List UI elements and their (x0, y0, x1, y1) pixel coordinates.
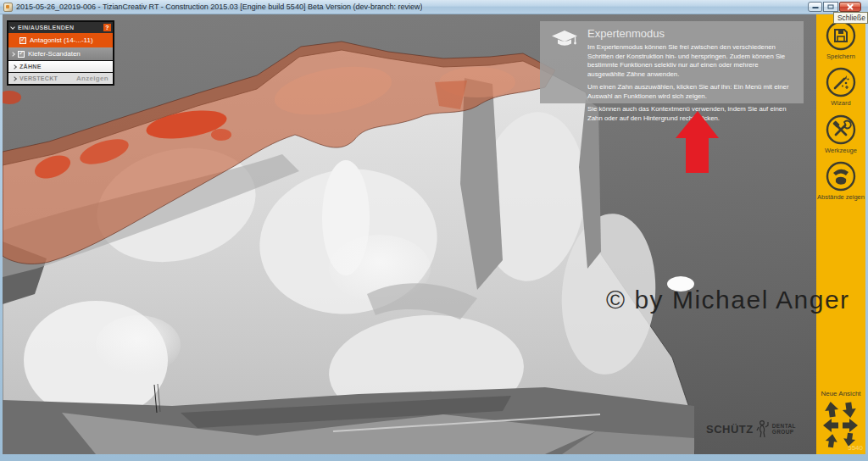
tool-label: Werkzeuge (825, 147, 857, 154)
layer-row-versteckt[interactable]: VERSTECKT Anzeigen (8, 72, 113, 84)
tool-label: Speichern (826, 53, 855, 60)
logo-figure-icon (756, 419, 770, 438)
graduation-cap-icon (552, 31, 577, 49)
app-window: 2015-05-26_02019-006 - TizianCreativ RT … (0, 0, 868, 461)
tools-icon (824, 113, 858, 147)
layer-label: Antagonist (14-...-11) (30, 36, 93, 44)
save-button[interactable]: Speichern (824, 19, 858, 60)
expand-chevron-icon[interactable] (10, 52, 15, 57)
help-button[interactable]: ? (103, 24, 111, 31)
tool-label: Abstände zeigen (817, 194, 865, 201)
window-titlebar[interactable]: 2015-05-26_02019-006 - TizianCreativ RT … (0, 0, 868, 14)
schuetz-dental-logo: SCHÜTZ DENTAL GROUP (706, 419, 796, 438)
tool-label: Wizard (831, 100, 850, 107)
layers-panel-header[interactable]: EIN/AUSBLENDEN ? (8, 22, 113, 33)
maximize-icon (828, 5, 834, 9)
layer-row-kiefer-scandaten[interactable]: ✓ Kiefer-Scandaten (8, 47, 113, 60)
layer-row-zaehne[interactable]: ZÄHNE (8, 60, 113, 72)
minimize-button[interactable] (808, 2, 822, 12)
maximize-button[interactable] (823, 2, 838, 12)
layers-panel-title: EIN/AUSBLENDEN (18, 25, 74, 31)
anzeigen-button[interactable]: Anzeigen (76, 75, 108, 82)
checkbox-checked-icon[interactable]: ✓ (18, 51, 25, 58)
3d-viewport[interactable]: EIN/AUSBLENDEN ? ✓ Antagonist (14-...-11… (3, 14, 816, 454)
minimize-icon (812, 7, 818, 8)
build-number-watermark: 5540 (848, 444, 863, 452)
close-button[interactable] (839, 2, 861, 12)
magic-wand-icon (824, 65, 858, 99)
tool-sidebar: Speichern Wizard (816, 14, 865, 454)
app-area: EIN/AUSBLENDEN ? ✓ Antagonist (14-...-11… (3, 14, 865, 454)
layers-panel: EIN/AUSBLENDEN ? ✓ Antagonist (14-...-11… (7, 20, 114, 86)
tools-button[interactable]: Werkzeuge (824, 113, 858, 154)
window-title: 2015-05-26_02019-006 - TizianCreativ RT … (16, 3, 422, 11)
layer-row-antagonist[interactable]: ✓ Antagonist (14-...-11) (8, 33, 113, 47)
infobox-paragraph: Im Expertenmodus können Sie frei zwische… (587, 43, 795, 79)
layer-label: ZÄHNE (19, 64, 42, 69)
layer-label: VERSTECKT (19, 75, 58, 81)
wizard-button[interactable]: Wizard (824, 65, 858, 107)
view-direction-arrows[interactable] (821, 401, 860, 448)
distance-icon (824, 159, 858, 193)
checkbox-checked-icon[interactable]: ✓ (19, 37, 26, 44)
red-pointer-arrow (676, 111, 720, 174)
new-view-label: Neue Ansicht (816, 390, 865, 397)
show-distances-button[interactable]: Abstände zeigen (817, 159, 865, 201)
infobox-title: Expertenmodus (587, 27, 795, 40)
logo-brand-text: SCHÜTZ (706, 423, 754, 436)
save-icon (824, 19, 858, 53)
app-icon (3, 3, 13, 12)
layer-label: Kiefer-Scandaten (28, 50, 81, 58)
logo-group-text: DENTAL GROUP (772, 423, 796, 436)
close-tooltip: Schließe (833, 12, 868, 24)
expand-chevron-icon[interactable] (12, 64, 17, 69)
expand-chevron-icon[interactable] (12, 76, 17, 81)
chevron-down-icon (10, 25, 15, 30)
expert-mode-infobox: Expertenmodus Im Expertenmodus können Si… (540, 21, 804, 103)
infobox-paragraph: Um einen Zahn auszuwählen, klicken Sie a… (587, 83, 795, 101)
